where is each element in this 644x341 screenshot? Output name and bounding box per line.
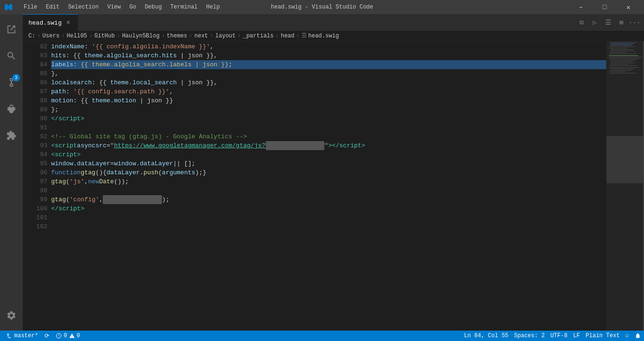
line-number: 93: [23, 141, 47, 150]
svg-rect-11: [609, 58, 640, 59]
maximize-button[interactable]: □: [594, 0, 616, 14]
activity-source-control[interactable]: 3: [0, 71, 23, 94]
svg-rect-15: [610, 64, 628, 64]
bell-icon: [635, 332, 641, 339]
breadcrumb-item-partials[interactable]: _partials: [243, 33, 274, 39]
code-line: indexName: '{{ config.algolia.indexName …: [51, 42, 606, 51]
code-line: [51, 222, 606, 231]
code-line: [51, 123, 606, 132]
code-line: labels: {{ theme.algolia_search.labels |…: [51, 60, 606, 69]
notifications-button[interactable]: [632, 331, 644, 341]
branch-name: master*: [14, 332, 38, 339]
line-number: 82: [23, 42, 47, 51]
line-number: 84: [23, 60, 47, 69]
breadcrumb-item-headswig[interactable]: head.swig: [308, 33, 339, 39]
eol-label: LF: [573, 332, 580, 339]
titlebar: File Edit Selection View Go Debug Termin…: [0, 0, 644, 14]
svg-point-24: [59, 337, 59, 337]
menu-view[interactable]: View: [103, 3, 125, 11]
vscode-icon: [5, 3, 12, 11]
activity-bar: 3: [0, 14, 23, 331]
breadcrumb-item-haulyn5blog[interactable]: Haulyn5Blog: [122, 33, 160, 39]
svg-rect-3: [609, 46, 635, 47]
line-number: 87: [23, 87, 47, 96]
branch-status[interactable]: master*: [4, 331, 41, 341]
menu-terminal[interactable]: Terminal: [167, 3, 202, 11]
code-line: },: [51, 69, 606, 78]
menu-edit[interactable]: Edit: [42, 3, 63, 11]
titlebar-left: File Edit Selection View Go Debug Termin…: [5, 3, 224, 11]
code-content[interactable]: indexName: '{{ config.algolia.indexName …: [51, 41, 606, 331]
line-number: 99: [23, 195, 47, 204]
activity-extensions[interactable]: [0, 124, 23, 147]
language-status[interactable]: Plain Text: [583, 331, 623, 341]
spaces-status[interactable]: Spaces: 2: [511, 331, 548, 341]
feedback-button[interactable]: ☺: [623, 331, 632, 341]
svg-rect-16: [609, 65, 636, 66]
breadcrumb-item-layout[interactable]: layout: [215, 33, 236, 39]
code-line: hits: {{ theme.algolia_search.hits | jso…: [51, 51, 606, 60]
tab-filename: head.swig: [28, 19, 62, 27]
encoding-label: UTF-8: [550, 332, 567, 339]
cursor-position[interactable]: Ln 84, Col 55: [461, 331, 511, 341]
menu-selection[interactable]: Selection: [64, 3, 103, 11]
editor-area: head.swig × ⊡ ▷ ☰ ⊞ ··· C: › Users › Hel…: [23, 14, 644, 331]
code-line: localsearch: {{ theme.local_search | jso…: [51, 78, 606, 87]
encoding-status[interactable]: UTF-8: [547, 331, 570, 341]
breadcrumb-item-head[interactable]: head: [281, 33, 295, 39]
activity-search[interactable]: [0, 45, 23, 67]
activity-settings[interactable]: [0, 304, 23, 327]
svg-rect-10: [609, 57, 642, 57]
status-right: Ln 84, Col 55 Spaces: 2 UTF-8 LF Plain T…: [461, 331, 644, 341]
code-line: [51, 213, 606, 222]
code-line: [51, 186, 606, 195]
viewer-button[interactable]: ☰: [602, 17, 614, 28]
code-line: gtag('config', );: [51, 195, 606, 204]
svg-rect-20: [609, 72, 626, 72]
svg-rect-0: [609, 42, 637, 43]
line-number: 92: [23, 132, 47, 141]
line-number: 89: [23, 105, 47, 114]
eol-status[interactable]: LF: [570, 331, 582, 341]
window-title: head.swig - Visual Studio Code: [271, 4, 373, 10]
svg-rect-18: [610, 69, 634, 69]
breadcrumb-item-users[interactable]: Users: [43, 33, 60, 39]
activity-bottom: [0, 304, 23, 327]
split-editor-button[interactable]: ⊡: [576, 17, 587, 28]
close-button[interactable]: ✕: [617, 0, 639, 14]
menu-bar: File Edit Selection View Go Debug Termin…: [20, 3, 224, 11]
svg-rect-4: [609, 48, 628, 48]
code-line: function gtag(){dataLayer.push(arguments…: [51, 168, 606, 177]
code-line: window.dataLayer = window.dataLayer || […: [51, 159, 606, 168]
activity-debug[interactable]: [0, 98, 23, 120]
breadcrumb-item-github[interactable]: GitHub: [94, 33, 115, 39]
breadcrumb-item-hell05[interactable]: Hell05: [67, 33, 87, 39]
activity-explorer[interactable]: [0, 18, 23, 41]
errors-status[interactable]: 0 0: [53, 331, 82, 341]
svg-rect-21: [609, 73, 636, 73]
active-tab[interactable]: head.swig ×: [23, 14, 78, 31]
layout-button[interactable]: ⊞: [616, 17, 627, 28]
code-line: </script>: [51, 204, 606, 213]
sync-icon: ⟳: [45, 332, 49, 340]
sync-status[interactable]: ⟳: [42, 331, 52, 341]
line-number: 83: [23, 51, 47, 60]
warning-icon: [69, 333, 75, 339]
minimize-button[interactable]: –: [570, 0, 592, 14]
breadcrumb-item-c[interactable]: C:: [28, 33, 35, 39]
more-actions-button[interactable]: ···: [629, 17, 640, 28]
menu-file[interactable]: File: [20, 3, 41, 11]
line-number: 94: [23, 150, 47, 159]
tab-close-button[interactable]: ×: [64, 19, 72, 27]
line-number: 102: [23, 222, 47, 231]
minimap: [606, 41, 644, 331]
svg-rect-9: [609, 55, 638, 56]
menu-go[interactable]: Go: [125, 3, 140, 11]
menu-help[interactable]: Help: [202, 3, 224, 11]
breadcrumb-item-themes[interactable]: themes: [167, 33, 187, 39]
code-line: <script async src="https://www.googletag…: [51, 141, 606, 150]
breadcrumb-item-next[interactable]: next: [195, 33, 208, 39]
window-controls: – □ ✕: [570, 0, 639, 14]
menu-debug[interactable]: Debug: [141, 3, 166, 11]
run-button[interactable]: ▷: [589, 17, 600, 28]
